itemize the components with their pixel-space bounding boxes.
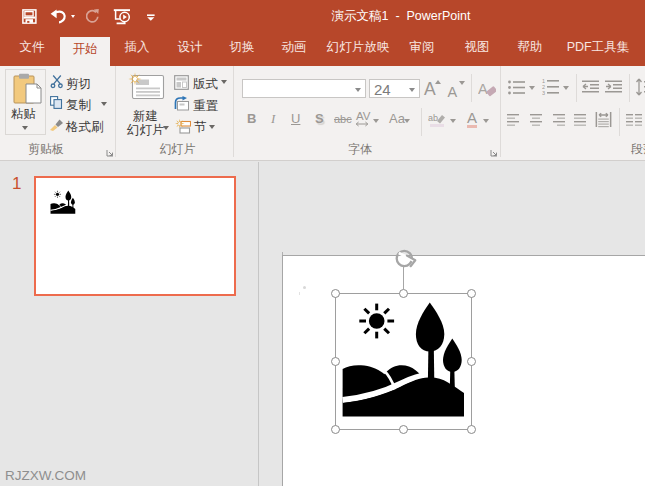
svg-text:A: A xyxy=(478,81,488,97)
svg-text:3: 3 xyxy=(542,90,545,96)
svg-text:ab: ab xyxy=(428,113,438,123)
